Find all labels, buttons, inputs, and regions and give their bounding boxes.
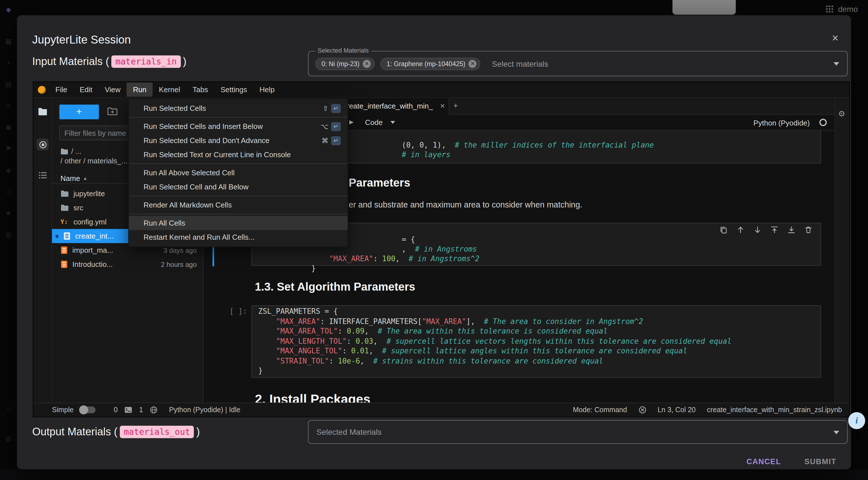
menu-item-run-all-below[interactable]: Run Selected Cell and All Below: [129, 180, 347, 194]
file-modified: 2 hours ago: [161, 260, 197, 268]
menu-item-restart-and-run-all[interactable]: Restart Kernel and Run All Cells...: [129, 230, 347, 244]
menu-item-run-and-insert-below[interactable]: Run Selected Cells and Insert Below ⌥ ↵: [129, 119, 347, 133]
code-number: 10e-6: [338, 357, 360, 365]
modal-title: JupyterLite Session: [32, 33, 131, 47]
menu-divider: [129, 214, 347, 214]
terminal-icon[interactable]: [124, 407, 132, 413]
new-tab-button[interactable]: +: [453, 101, 458, 110]
code-number: 0.01: [351, 347, 369, 355]
menubar-item-kernel[interactable]: Kernel: [153, 83, 186, 97]
simple-mode-toggle[interactable]: [80, 407, 95, 413]
menu-item-run-selected-cells[interactable]: Run Selected Cells ⇧ ↵: [129, 101, 347, 115]
material-chip-label: 1: Graphene (mp-1040425): [386, 60, 465, 67]
code-line: "MAX_AREA_TOL": 0.09, # The area within …: [258, 326, 732, 336]
code-line: # in layers: [349, 140, 451, 170]
submit-button[interactable]: SUBMIT: [804, 457, 836, 466]
file-name: src: [73, 204, 83, 212]
code-comment: # in layers: [402, 150, 451, 159]
cursor-position[interactable]: Ln 3, Col 20: [657, 406, 695, 414]
breadcrumb-path[interactable]: / other / materials_...: [60, 157, 127, 165]
terminals-count[interactable]: 0: [114, 406, 118, 414]
move-cell-up-icon[interactable]: [736, 225, 745, 234]
chip-delete-icon[interactable]: ✕: [363, 60, 371, 67]
modal-close-button[interactable]: ×: [827, 30, 843, 46]
output-materials-suffix: ): [196, 426, 200, 438]
duplicate-cell-icon[interactable]: [719, 225, 728, 234]
run-cell-icon[interactable]: ▶: [349, 119, 353, 125]
breadcrumb-root: / ...: [71, 147, 82, 155]
cancel-button[interactable]: CANCEL: [746, 457, 781, 466]
input-materials-prefix: Input Materials (: [32, 55, 109, 68]
shift-key-symbol: ⇧: [323, 104, 328, 112]
status-bar: Simple 0 1 Python (Pyodide) | Idle Mode:…: [33, 402, 849, 417]
gear-icon[interactable]: ⚙: [838, 109, 845, 118]
sort-ascending-icon: ▲: [83, 176, 87, 181]
globe-icon[interactable]: [150, 406, 158, 414]
table-of-contents-tab-icon[interactable]: [37, 169, 49, 181]
code-string: "MAX_ANGLE_TOL": [276, 347, 342, 355]
code-comment: # in Angstroms^2: [409, 254, 479, 263]
code-line: "MAX_LENGTH_TOL": 0.03, # supercell latt…: [258, 336, 732, 346]
menubar-item-edit[interactable]: Edit: [73, 83, 99, 97]
code-comment: # strains within this tolerance are cons…: [373, 357, 603, 365]
cell-prompt: [ ]:: [229, 307, 247, 316]
material-chip[interactable]: 1: Graphene (mp-1040425) ✕: [380, 57, 480, 70]
menu-item-run-text-in-console[interactable]: Run Selected Text or Current Line in Con…: [129, 148, 347, 162]
menubar-item-view[interactable]: View: [99, 83, 127, 97]
menu-item-label: Run Selected Cells: [144, 104, 206, 113]
statusbar-filename: create_interface_with_min_strain_zsl.ipy…: [707, 406, 842, 414]
kernel-status-text[interactable]: Python (Pyodide) | Idle: [169, 406, 240, 414]
notification-icon[interactable]: [638, 406, 646, 414]
move-cell-down-icon[interactable]: [753, 225, 762, 234]
output-materials-label: Output Materials ( materials_out ): [32, 426, 200, 438]
chip-delete-icon[interactable]: ✕: [469, 60, 477, 67]
file-browser-tab-icon[interactable]: [37, 106, 49, 118]
code-text: ],: [466, 317, 484, 325]
menu-item-run-all-cells[interactable]: Run All Cells: [129, 216, 347, 230]
new-launcher-button[interactable]: +: [59, 104, 99, 119]
info-button[interactable]: i: [848, 412, 865, 429]
output-materials-prefix: Output Materials (: [32, 426, 118, 438]
menu-divider: [129, 117, 347, 118]
menubar-item-tabs[interactable]: Tabs: [186, 83, 214, 97]
code-line: "MAX_AREA": INTERFACE_PARAMETERS["MAX_AR…: [258, 316, 732, 326]
code-line: }: [258, 253, 316, 284]
file-row[interactable]: Introductio... 2 hours ago: [52, 257, 204, 271]
kernel-name[interactable]: Python (Pyodide): [753, 119, 810, 127]
menu-item-label: Run All Above Selected Cell: [144, 169, 235, 177]
option-key-symbol: ⌥: [320, 122, 328, 130]
kernels-count[interactable]: 1: [139, 406, 143, 414]
insert-cell-above-icon[interactable]: [770, 225, 779, 234]
code-text: :: [338, 327, 347, 335]
menubar-item-help[interactable]: Help: [253, 83, 281, 97]
menu-item-run-all-above[interactable]: Run All Above Selected Cell: [129, 166, 347, 180]
code-string: "MAX_AREA": [422, 317, 466, 325]
breadcrumb[interactable]: / ...: [60, 147, 82, 155]
menu-divider: [129, 196, 347, 196]
code-string: "MAX_AREA_TOL": [276, 327, 338, 335]
code-string: "MAX_LENGTH_TOL": [276, 337, 347, 345]
menu-item-run-dont-advance[interactable]: Run Selected Cells and Don't Advance ⌘ ↵: [129, 133, 347, 148]
shortcut-hint: ⇧ ↵: [323, 104, 341, 113]
chevron-down-icon: [834, 62, 839, 66]
code-comment: # The area within this tolerance is cons…: [378, 327, 608, 335]
close-icon: ×: [832, 31, 838, 44]
cell-type-select[interactable]: Code: [365, 118, 395, 127]
menubar-item-run[interactable]: Run: [127, 83, 153, 97]
running-kernels-tab-icon[interactable]: [37, 139, 49, 150]
selected-materials-select[interactable]: Selected Materials 0: Ni (mp-23) ✕ 1: Gr…: [308, 51, 848, 76]
new-folder-icon[interactable]: [107, 107, 118, 116]
output-materials-select[interactable]: Selected Materials: [308, 420, 848, 444]
file-name: import_ma...: [72, 246, 113, 254]
menu-item-render-all-markdown[interactable]: Render All Markdown Cells: [129, 198, 347, 212]
delete-cell-icon[interactable]: [804, 225, 813, 234]
tab-close-icon[interactable]: ×: [440, 101, 445, 110]
insert-cell-below-icon[interactable]: [786, 225, 796, 234]
menubar-item-settings[interactable]: Settings: [214, 83, 253, 97]
file-name: config.yml: [73, 218, 106, 226]
folder-icon: [60, 148, 68, 155]
menubar-item-file[interactable]: File: [49, 83, 73, 97]
jupyterlite-logo-icon: [38, 86, 46, 94]
material-chip[interactable]: 0: Ni (mp-23) ✕: [315, 57, 375, 70]
yaml-file-icon: Y:: [60, 218, 69, 226]
